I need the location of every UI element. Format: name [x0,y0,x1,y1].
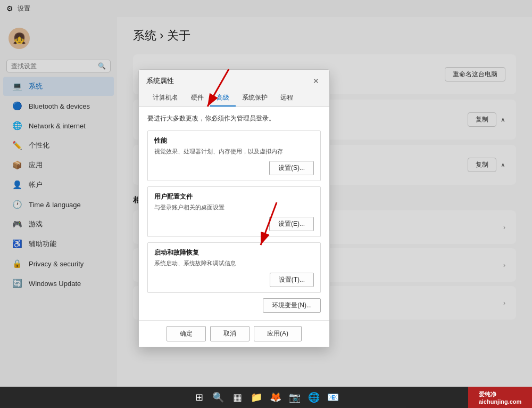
dialog-cancel-button[interactable]: 取消 [210,326,250,341]
taskbar-icon-6[interactable]: 🌐 [305,389,322,406]
dialog-close-button[interactable]: ✕ [310,75,322,87]
dialog-title-bar: 系统属性 ✕ [139,70,329,87]
dialog-tab-远程[interactable]: 远程 [274,90,300,107]
watermark: 爱纯净aichunjing.com [468,387,532,408]
user-profile-btn-row: 设置(E)... [154,217,314,231]
startup-section: 启动和故障恢复 系统启动、系统故障和调试信息 设置(T)... [147,242,321,293]
taskbar-icon-5[interactable]: 📷 [286,389,303,406]
dialog-title: 系统属性 [146,76,174,86]
user-profile-title: 用户配置文件 [154,192,314,201]
taskbar: ⊞🔍▦📁🦊📷🌐📧 爱纯净aichunjing.com [0,387,532,408]
user-profile-desc: 与登录账户相关的桌面设置 [154,203,314,211]
performance-title: 性能 [154,136,314,145]
performance-settings-button[interactable]: 设置(S)... [269,161,314,175]
dialog-overlay: 系统属性 ✕ 计算机名硬件高级系统保护远程 要进行大多数更改，你必须作为管理员登… [0,0,532,387]
dialog-tab-计算机名[interactable]: 计算机名 [146,90,185,107]
dialog-notice: 要进行大多数更改，你必须作为管理员登录。 [147,114,321,123]
taskbar-icon-2[interactable]: ▦ [229,389,246,406]
taskbar-icon-4[interactable]: 🦊 [267,389,284,406]
startup-settings-button[interactable]: 设置(T)... [270,273,314,287]
dialog-footer: 确定 取消 应用(A) [139,320,329,347]
dialog-tabs-container: 计算机名硬件高级系统保护远程 [146,90,300,106]
performance-section: 性能 视觉效果、处理器计划、内存使用，以及虚拟内存 设置(S)... [147,130,321,181]
dialog-ok-button[interactable]: 确定 [167,326,206,341]
taskbar-icon-7[interactable]: 📧 [325,389,342,406]
dialog-tab-系统保护[interactable]: 系统保护 [236,90,274,107]
taskbar-icon-0[interactable]: ⊞ [190,389,207,406]
taskbar-icons: ⊞🔍▦📁🦊📷🌐📧 [190,389,342,406]
dialog-tabs: 计算机名硬件高级系统保护远程 [139,87,329,107]
user-profile-settings-button[interactable]: 设置(E)... [269,217,314,231]
dialog-tab-硬件[interactable]: 硬件 [185,90,210,107]
startup-title: 启动和故障恢复 [154,248,314,257]
performance-desc: 视觉效果、处理器计划、内存使用，以及虚拟内存 [154,148,314,156]
dialog-body: 要进行大多数更改，你必须作为管理员登录。 性能 视觉效果、处理器计划、内存使用，… [139,107,329,320]
dialog-apply-button[interactable]: 应用(A) [254,326,302,341]
startup-btn-row: 设置(T)... [154,273,314,287]
user-profile-section: 用户配置文件 与登录账户相关的桌面设置 设置(E)... [147,186,321,237]
taskbar-icon-1[interactable]: 🔍 [210,389,227,406]
system-properties-dialog: 系统属性 ✕ 计算机名硬件高级系统保护远程 要进行大多数更改，你必须作为管理员登… [138,69,330,347]
dialog-tab-高级[interactable]: 高级 [210,90,236,107]
taskbar-icon-3[interactable]: 📁 [248,389,265,406]
watermark-text: 爱纯净aichunjing.com [479,390,522,405]
startup-desc: 系统启动、系统故障和调试信息 [154,259,314,267]
env-variables-button[interactable]: 环境变量(N)... [263,298,321,313]
performance-btn-row: 设置(S)... [154,161,314,175]
